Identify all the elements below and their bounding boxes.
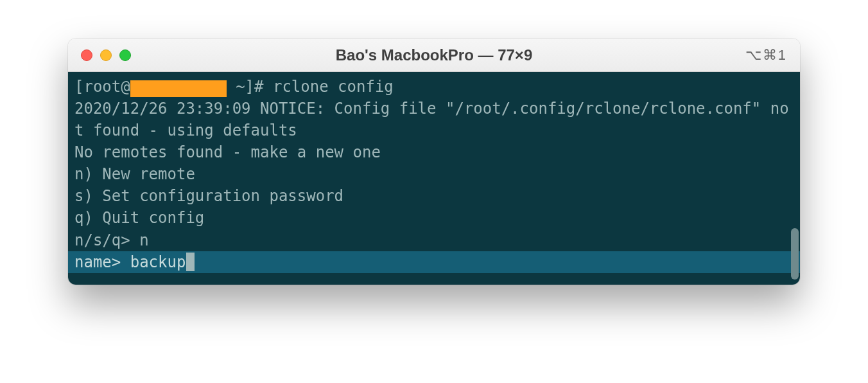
choice-prompt: n/s/q> [74,231,139,249]
output-no-remotes: No remotes found - make a new one [68,141,800,163]
scrollbar-thumb[interactable] [791,228,799,280]
name-input-value: backup [130,251,186,273]
name-input-line[interactable]: name> backup [68,251,800,273]
prompt-prefix: [root@ [74,78,130,96]
output-option-s: s) Set configuration password [68,185,800,207]
name-prompt: name> [74,251,130,273]
traffic-lights [81,49,131,61]
titlebar[interactable]: Bao's MacbookPro — 77×9 ⌥⌘1 [68,39,800,72]
output-option-q: q) Quit config [68,207,800,229]
prompt-line-command: [root@ ~]# rclone config [68,76,800,98]
close-icon[interactable] [81,49,92,61]
choice-prompt-line: n/s/q> n [68,229,800,251]
window-title: Bao's MacbookPro — 77×9 [68,46,800,64]
scrollbar-track[interactable] [791,77,799,280]
tab-shortcut-label: ⌥⌘1 [745,47,787,64]
cursor-icon [186,253,195,271]
zoom-icon[interactable] [119,49,131,61]
minimize-icon[interactable] [100,49,112,61]
hostname-redacted [130,80,227,97]
output-notice: 2020/12/26 23:39:09 NOTICE: Config file … [68,98,800,141]
terminal-window: Bao's MacbookPro — 77×9 ⌥⌘1 [root@ ~]# r… [68,39,800,285]
command-text: rclone config [273,78,394,96]
prompt-suffix: ~]# [227,78,273,96]
terminal-body[interactable]: [root@ ~]# rclone config 2020/12/26 23:3… [68,72,800,285]
choice-input: n [139,231,148,249]
output-option-n: n) New remote [68,163,800,185]
